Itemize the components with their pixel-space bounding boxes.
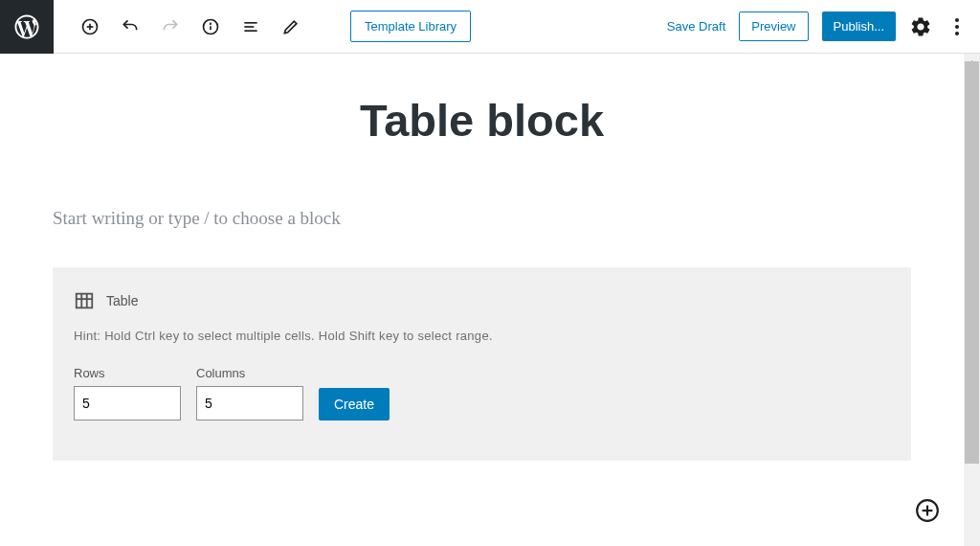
gear-icon <box>909 15 932 38</box>
columns-input[interactable] <box>196 386 303 421</box>
table-block-title: Table <box>106 293 138 308</box>
add-block-button[interactable] <box>80 17 100 36</box>
table-block-form: Rows Columns Create <box>74 366 890 421</box>
edit-button[interactable] <box>281 17 301 36</box>
more-vertical-icon <box>946 15 969 38</box>
settings-button[interactable] <box>909 15 932 38</box>
create-button[interactable]: Create <box>319 388 390 421</box>
info-button[interactable] <box>201 17 220 36</box>
template-library-button[interactable]: Template Library <box>350 11 471 42</box>
editor-canvas: Table block Start writing or type / to c… <box>0 54 980 546</box>
toolbar-left-group: Template Library <box>54 11 471 42</box>
rows-input[interactable] <box>74 386 181 421</box>
more-options-button[interactable] <box>946 15 969 38</box>
outline-button[interactable] <box>241 17 260 36</box>
wordpress-icon <box>12 12 41 41</box>
info-circle-icon <box>201 17 220 36</box>
svg-point-9 <box>955 18 959 22</box>
rows-label: Rows <box>74 366 181 380</box>
scrollbar-thumb[interactable] <box>965 61 979 464</box>
table-block-header: Table <box>74 290 890 311</box>
redo-icon <box>161 17 180 36</box>
columns-label: Columns <box>196 366 303 380</box>
columns-group: Columns <box>196 366 303 421</box>
top-toolbar: Template Library Save Draft Preview Publ… <box>0 0 980 54</box>
wordpress-logo[interactable] <box>0 0 54 54</box>
page-title[interactable]: Table block <box>53 94 911 147</box>
svg-point-11 <box>955 32 959 35</box>
table-block: Table Hint: Hold Ctrl key to select mult… <box>53 267 911 461</box>
preview-button[interactable]: Preview <box>739 11 808 41</box>
svg-point-5 <box>211 23 212 24</box>
toolbar-right-group: Save Draft Preview Publish... <box>667 11 969 41</box>
editor-content: Table block Start writing or type / to c… <box>0 54 964 461</box>
svg-rect-12 <box>77 294 93 308</box>
rows-group: Rows <box>74 366 181 421</box>
pencil-icon <box>281 17 301 36</box>
publish-button[interactable]: Publish... <box>822 11 896 41</box>
block-placeholder-prompt[interactable]: Start writing or type / to choose a bloc… <box>53 208 911 229</box>
table-block-hint: Hint: Hold Ctrl key to select multiple c… <box>74 329 890 343</box>
redo-button[interactable] <box>161 17 180 36</box>
save-draft-button[interactable]: Save Draft <box>667 19 725 34</box>
list-icon <box>241 17 260 36</box>
add-block-inserter[interactable] <box>915 498 940 523</box>
undo-button[interactable] <box>121 17 140 36</box>
svg-point-10 <box>955 25 959 29</box>
undo-icon <box>121 17 140 36</box>
vertical-scrollbar[interactable]: ▴ <box>964 54 980 546</box>
plus-circle-icon <box>915 498 940 523</box>
plus-circle-icon <box>80 17 100 36</box>
table-icon <box>74 290 95 311</box>
